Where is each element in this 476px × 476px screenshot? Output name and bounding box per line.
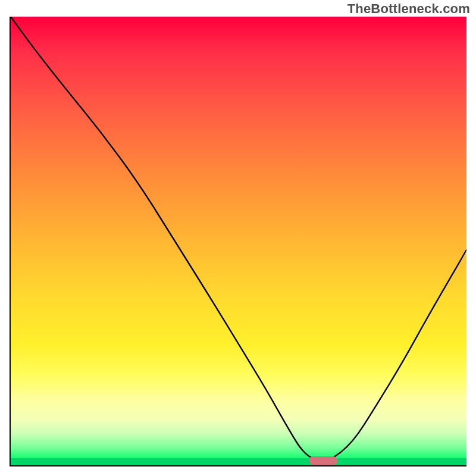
curve-path [11,17,466,461]
chart-container: TheBottleneck.com [0,0,476,476]
plot-area [10,17,466,466]
bottleneck-curve [11,17,466,465]
optimum-marker [309,456,337,465]
watermark-text: TheBottleneck.com [347,1,470,17]
